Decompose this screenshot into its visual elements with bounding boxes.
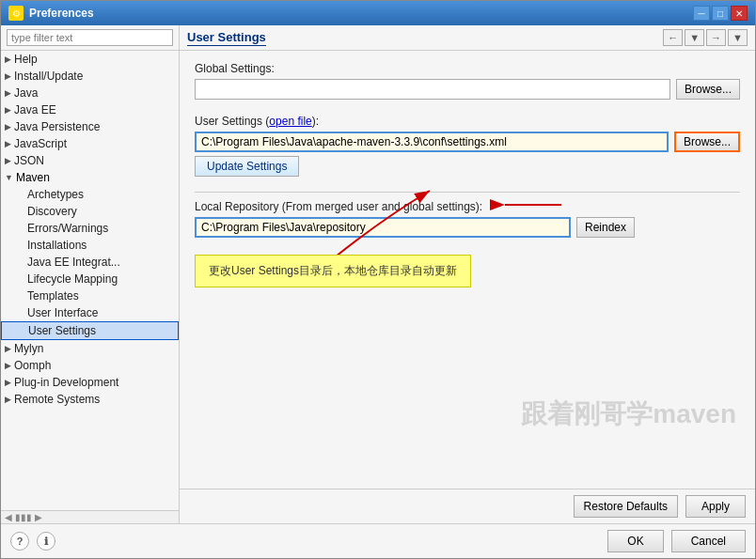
local-repo-row: Reindex [195,217,740,238]
sidebar-item-label: Oomph [14,359,51,372]
sidebar-item-java[interactable]: ▶ Java [1,85,179,101]
sidebar-item-user-settings[interactable]: User Settings [1,321,179,340]
forward-button[interactable]: → [706,29,726,46]
sidebar-item-label: Templates [27,289,79,303]
filter-input[interactable] [7,29,173,46]
update-settings-button[interactable]: Update Settings [195,156,299,177]
watermark: 跟着刚哥学maven [521,396,736,432]
expand-arrow: ▶ [5,156,11,165]
sidebar-item-label: Java EE [14,103,56,116]
sidebar-item-label: Install/Update [14,70,83,83]
user-settings-label: User Settings (open file): [195,115,740,128]
sidebar-item-label: Plug-in Development [14,376,118,389]
separator [195,192,740,193]
preferences-window: ⚙ Preferences ─ □ ✕ ▶ Help ▶ Install/Upd… [0,0,756,559]
content-footer: Restore Defaults Apply [180,489,755,523]
sidebar-item-java-persistence[interactable]: ▶ Java Persistence [1,118,179,135]
expand-arrow: ▶ [5,105,11,115]
section-title: User Settings [187,30,266,46]
cancel-button[interactable]: Cancel [671,530,746,552]
expand-arrow: ▼ [5,173,13,182]
sidebar-item-templates[interactable]: Templates [1,287,179,304]
tree-container: ▶ Help ▶ Install/Update ▶ Java ▶ Java EE… [1,51,179,510]
annotation-box: 更改User Settings目录后，本地仓库目录自动更新 [195,255,471,287]
back-dropdown-button[interactable]: ▼ [685,29,704,46]
sidebar-item-mylyn[interactable]: ▶ Mylyn [1,340,179,357]
info-icon[interactable]: ℹ [37,532,55,551]
sidebar-item-errors-warnings[interactable]: Errors/Warnings [1,220,179,237]
sidebar-item-label: Java [14,86,38,100]
content-panel: User Settings ← ▼ → ▼ Global Settings: [180,25,755,523]
user-settings-row: Browse... [195,132,740,152]
sidebar-item-archetypes[interactable]: Archetypes [1,186,179,203]
sidebar-item-maven[interactable]: ▼ Maven [1,169,179,186]
expand-arrow: ▶ [5,88,11,98]
ok-button[interactable]: OK [607,530,663,552]
local-repo-label: Local Repository (From merged user and g… [195,200,740,213]
annotation-area: 更改User Settings目录后，本地仓库目录自动更新 [195,247,740,287]
expand-arrow: ▶ [5,54,11,64]
sidebar-item-user-interface[interactable]: User Interface [1,304,179,321]
help-icon[interactable]: ? [10,532,29,551]
sidebar-item-label: Java Persistence [14,120,100,133]
footer-left: ? ℹ [10,532,55,551]
apply-button[interactable]: Apply [685,495,746,518]
local-repo-input[interactable] [195,217,571,238]
back-button[interactable]: ← [663,29,683,46]
sidebar-item-label: Remote Systems [14,393,100,406]
window-title: Preferences [29,7,94,20]
title-bar-left: ⚙ Preferences [8,6,94,21]
user-settings-input[interactable] [195,132,669,152]
browse-global-button[interactable]: Browse... [676,79,740,100]
maximize-button[interactable]: □ [712,6,729,21]
sidebar-item-installations[interactable]: Installations [1,237,179,254]
sidebar-item-lifecycle-mapping[interactable]: Lifecycle Mapping [1,271,179,287]
restore-defaults-button[interactable]: Restore Defaults [574,495,678,518]
sidebar-item-json[interactable]: ▶ JSON [1,152,179,169]
expand-arrow: ▶ [5,395,11,404]
global-settings-group: Global Settings: Browse... [195,62,740,100]
expand-arrow: ▶ [5,378,11,387]
sidebar-item-java-ee-integration[interactable]: Java EE Integrat... [1,254,179,271]
sidebar-item-java-ee[interactable]: ▶ Java EE [1,101,179,118]
sidebar-item-label: Errors/Warnings [27,222,108,235]
forward-dropdown-button[interactable]: ▼ [728,29,748,46]
footer-right: OK Cancel [607,530,746,552]
sidebar-item-label: Installations [27,239,87,252]
sidebar-item-label: Mylyn [14,342,43,355]
title-bar: ⚙ Preferences ─ □ ✕ [1,1,755,25]
sidebar-item-help[interactable]: ▶ Help [1,51,179,68]
sidebar-item-javascript[interactable]: ▶ JavaScript [1,135,179,152]
close-button[interactable]: ✕ [731,6,748,21]
filter-bar [1,25,179,51]
sidebar-item-install-update[interactable]: ▶ Install/Update [1,68,179,85]
reindex-button[interactable]: Reindex [576,217,635,238]
sidebar-item-remote-systems[interactable]: ▶ Remote Systems [1,391,179,408]
sidebar-scroll-bottom: ◀ ▮▮▮ ▶ [1,510,179,523]
annotation-text: 更改User Settings目录后，本地仓库目录自动更新 [209,264,457,277]
local-repo-section: Local Repository (From merged user and g… [195,200,740,238]
global-settings-row: Browse... [195,79,740,100]
sidebar-wrapper: ▶ Help ▶ Install/Update ▶ Java ▶ Java EE… [1,25,180,523]
browse-user-button[interactable]: Browse... [674,132,740,152]
expand-arrow: ▶ [5,361,11,370]
sidebar-item-label: Maven [16,171,50,184]
minimize-button[interactable]: ─ [693,6,710,21]
content-body: Global Settings: Browse... User Settings… [180,51,755,489]
sidebar-item-label: Java EE Integrat... [27,256,120,269]
global-settings-input[interactable] [195,79,670,100]
sidebar-item-label: User Interface [27,306,98,319]
content-header: User Settings ← ▼ → ▼ [180,25,755,51]
sidebar-item-label: Discovery [27,205,77,218]
sidebar-item-discovery[interactable]: Discovery [1,203,179,220]
sidebar-item-label: JSON [14,154,44,167]
open-file-link[interactable]: open file [269,115,311,128]
sidebar-item-label: Lifecycle Mapping [27,272,118,286]
main-content: ▶ Help ▶ Install/Update ▶ Java ▶ Java EE… [1,25,755,523]
user-settings-group: User Settings (open file): Browse... Upd… [195,115,740,177]
sidebar-item-plugin-development[interactable]: ▶ Plug-in Development [1,374,179,391]
nav-buttons: ← ▼ → ▼ [663,29,748,46]
expand-arrow: ▶ [5,344,11,353]
sidebar-item-oomph[interactable]: ▶ Oomph [1,357,179,374]
global-settings-label: Global Settings: [195,62,740,75]
